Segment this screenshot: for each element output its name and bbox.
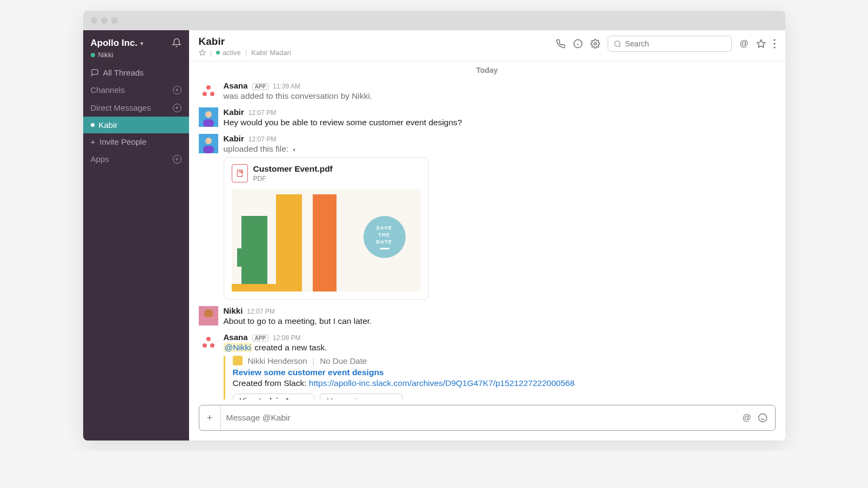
current-user-name: Nikki: [98, 51, 113, 59]
message-text: About to go to a meeting, but I can late…: [224, 316, 776, 326]
notifications-icon[interactable]: [172, 38, 181, 48]
add-app-icon[interactable]: +: [173, 155, 181, 164]
search-box[interactable]: [608, 36, 732, 52]
file-attachment[interactable]: Customer Event.pdf PDF: [224, 157, 429, 300]
message: Kabir 12:07 PM uploaded this file:: [199, 131, 776, 303]
save-the-date-badge: SAVETHEDATE: [364, 216, 406, 258]
assignee-avatar: [233, 356, 243, 365]
svg-point-10: [773, 46, 775, 48]
svg-marker-7: [757, 40, 765, 48]
message-time: 12:07 PM: [248, 135, 276, 143]
message: Asana APP 12:08 PM @Nikki created a new …: [199, 329, 776, 399]
avatar-nikki: [199, 306, 218, 326]
message-text: @Nikki created a new task.: [224, 343, 776, 353]
message-author: Kabir: [224, 107, 244, 117]
status-text: active: [223, 49, 241, 57]
app-badge: APP: [252, 83, 269, 90]
svg-point-5: [615, 40, 620, 46]
message: Asana APP 11:39 AM was added to this con…: [199, 78, 776, 104]
minimize-window[interactable]: [101, 17, 107, 24]
svg-point-15: [205, 138, 212, 144]
emoji-icon[interactable]: [758, 413, 768, 423]
all-threads-label: All Threads: [103, 68, 144, 77]
dm-label: Kabir: [99, 120, 118, 130]
svg-line-6: [620, 45, 621, 47]
avatar-kabir: [199, 107, 218, 127]
all-threads[interactable]: All Threads: [83, 64, 189, 81]
avatar-kabir: [199, 134, 218, 153]
date-divider: Today: [199, 62, 776, 78]
svg-point-4: [594, 43, 597, 45]
mentions-icon[interactable]: @: [739, 39, 748, 49]
main-panel: Kabir | active | Kabir Madan: [189, 30, 785, 440]
view-task-button[interactable]: View task in Asana: [233, 394, 314, 399]
maximize-window[interactable]: [111, 17, 118, 24]
asana-task-card: Nikki Henderson | No Due Date Review som…: [224, 356, 776, 399]
chevron-down-icon[interactable]: [291, 144, 295, 153]
message: Nikki 12:07 PM About to go to a meeting,…: [199, 303, 776, 329]
slack-permalink[interactable]: https://apollo-inc.slack.com/archives/D9…: [309, 378, 575, 388]
search-input[interactable]: [625, 39, 726, 48]
message-text: was added to this conversation by Nikki.: [224, 91, 776, 101]
more-actions-dropdown[interactable]: More actions... ▾: [320, 394, 402, 399]
message-composer: + @: [199, 405, 776, 431]
active-dot-icon: [216, 51, 220, 55]
channel-title: Kabir: [199, 36, 291, 48]
message-author: Nikki: [224, 306, 243, 315]
window-titlebar: [83, 11, 785, 30]
message-time: 12:07 PM: [248, 109, 276, 117]
close-window[interactable]: [91, 17, 97, 24]
task-title-link[interactable]: Review some customer event designs: [233, 368, 776, 377]
due-date: No Due Date: [320, 356, 367, 365]
composer-input[interactable]: [221, 405, 735, 430]
search-icon: [614, 40, 622, 48]
attach-icon[interactable]: +: [199, 405, 221, 430]
svg-point-19: [758, 414, 766, 422]
app-window: Apollo Inc. ▾ Nikki All: [83, 11, 785, 440]
dm-item-kabir[interactable]: Kabir: [83, 117, 189, 133]
channels-label: Channels: [91, 85, 125, 94]
more-icon[interactable]: [773, 39, 776, 49]
invite-people[interactable]: + Invite People: [83, 133, 189, 150]
divider: |: [245, 49, 247, 57]
invite-label: Invite People: [99, 137, 146, 146]
info-icon[interactable]: [573, 39, 583, 49]
channels-section[interactable]: Channels +: [83, 81, 189, 99]
svg-point-9: [773, 43, 775, 44]
svg-point-8: [773, 39, 775, 40]
message-list: Today Asana APP 11:39 AM was added to th…: [189, 62, 785, 399]
svg-marker-0: [199, 50, 205, 55]
current-user: Nikki: [91, 51, 144, 59]
plus-icon: +: [91, 137, 96, 146]
message: Kabir 12:07 PM Hey would you be able to …: [199, 104, 776, 131]
star-outline-icon[interactable]: [756, 39, 766, 49]
star-icon[interactable]: [199, 49, 206, 56]
message-time: 12:07 PM: [247, 308, 274, 315]
sidebar: Apollo Inc. ▾ Nikki All: [83, 30, 189, 440]
traffic-lights: [91, 17, 118, 24]
direct-messages-label: Direct Messages: [91, 103, 151, 112]
settings-icon[interactable]: [590, 39, 600, 49]
workspace-switcher[interactable]: Apollo Inc. ▾: [91, 38, 144, 49]
direct-messages-section[interactable]: Direct Messages +: [83, 99, 189, 117]
call-icon[interactable]: [556, 39, 566, 49]
mention-icon[interactable]: @: [742, 413, 751, 423]
pdf-icon: [232, 164, 248, 182]
presence-indicator: [91, 53, 95, 57]
file-preview: SAVETHEDATE: [232, 189, 421, 292]
mention[interactable]: @Nikki: [224, 343, 252, 352]
workspace-name: Apollo Inc.: [91, 38, 138, 49]
apps-section[interactable]: Apps +: [83, 150, 189, 168]
channel-header: Kabir | active | Kabir Madan: [189, 30, 785, 62]
svg-point-12: [205, 111, 212, 118]
app-badge: APP: [252, 335, 269, 342]
add-channel-icon[interactable]: +: [173, 86, 181, 94]
add-dm-icon[interactable]: +: [173, 104, 181, 112]
task-created-text: Created from Slack: https://apollo-inc.s…: [233, 378, 776, 388]
message-author: Kabir: [224, 134, 244, 143]
chevron-down-icon: ▾: [392, 397, 395, 399]
message-author: Asana: [224, 333, 248, 342]
chat-icon: [91, 69, 99, 77]
chevron-down-icon: ▾: [140, 40, 143, 46]
full-name: Kabir Madan: [251, 49, 291, 57]
